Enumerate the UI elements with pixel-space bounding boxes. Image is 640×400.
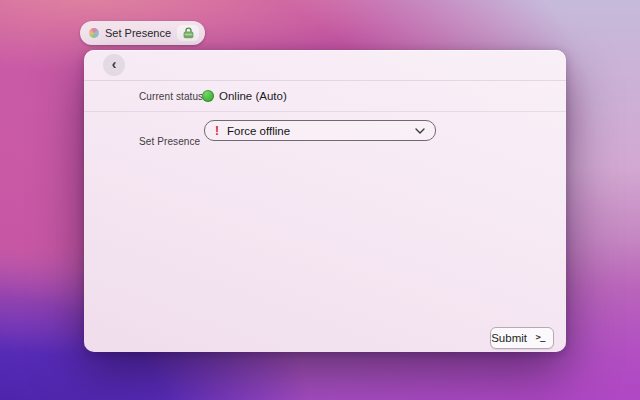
terminal-icon: >_	[536, 332, 545, 342]
current-status-row: Current status Online (Auto)	[84, 81, 566, 112]
back-chevron-icon: ‹	[112, 57, 117, 71]
window-header: ‹	[84, 50, 566, 81]
tab-title: Set Presence	[105, 27, 171, 39]
app-tab[interactable]: Set Presence	[80, 21, 205, 45]
terminal-button[interactable]: >_	[527, 328, 553, 348]
lock-icon	[177, 25, 199, 41]
desktop: Set Presence ‹ Current status Online (Au…	[0, 0, 640, 400]
presence-dropdown-value: Force offline	[227, 125, 290, 137]
back-button[interactable]: ‹	[103, 54, 125, 76]
app-favicon-icon	[89, 28, 99, 38]
status-online-icon	[202, 90, 214, 102]
current-status-label: Current status	[139, 91, 203, 102]
set-presence-row: Set Presence ! Force offline	[84, 112, 566, 162]
submit-split-button: Submit >_	[490, 327, 554, 349]
warning-icon: !	[215, 125, 219, 137]
presence-dropdown[interactable]: ! Force offline	[204, 120, 436, 141]
current-status-value: Online (Auto)	[219, 90, 287, 102]
set-presence-window: ‹ Current status Online (Auto) Set Prese…	[84, 50, 566, 352]
chevron-down-icon	[415, 128, 425, 134]
set-presence-label: Set Presence	[139, 136, 200, 147]
submit-button[interactable]: Submit	[491, 328, 527, 348]
